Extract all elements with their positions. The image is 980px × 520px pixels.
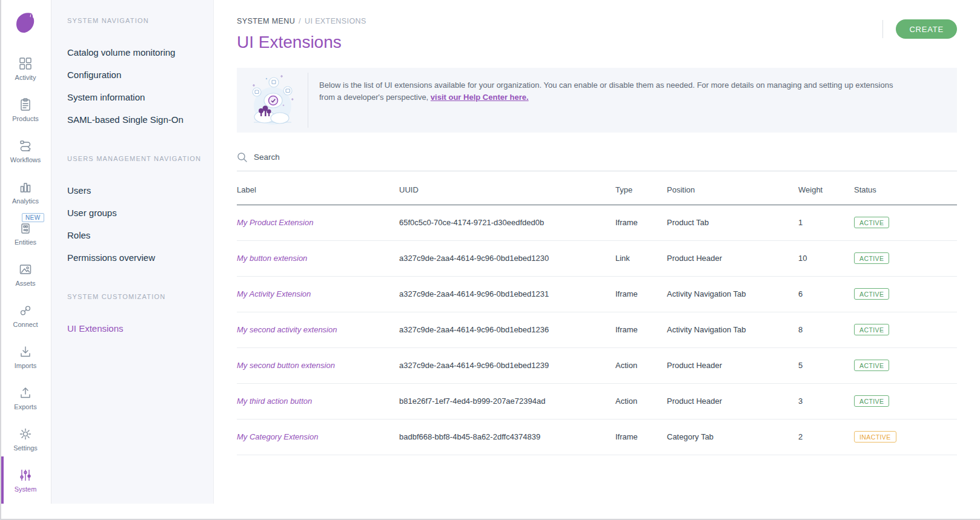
help-center-link[interactable]: visit our Help Center here. xyxy=(431,93,529,102)
extension-uuid: a327c9de-2aa4-4614-9c96-0bd1ebed1236 xyxy=(399,312,615,348)
page-header: SYSTEM MENU/UI EXTENSIONS UI Extensions … xyxy=(237,0,957,52)
entities-icon xyxy=(19,222,32,235)
menu-section-title: USERS MANAGEMENT NAVIGATION xyxy=(67,155,202,162)
table-row[interactable]: My second button extension a327c9de-2aa4… xyxy=(237,348,957,384)
info-banner: Below is the list of UI extensions avail… xyxy=(237,68,957,133)
banner-message: Below is the list of UI extensions avail… xyxy=(319,81,893,102)
status-badge: ACTIVE xyxy=(854,360,889,371)
breadcrumb-ui-extensions: UI EXTENSIONS xyxy=(305,17,366,25)
table-header-row: Label UUID Type Position Weight Status xyxy=(237,171,957,205)
extension-label-link[interactable]: My Product Extension xyxy=(237,205,399,241)
extension-uuid: b81e26f7-1ef7-4ed4-b999-207ae72394ad xyxy=(399,384,615,420)
gear-icon xyxy=(19,427,32,441)
rail-item-exports[interactable]: Exports xyxy=(0,378,51,419)
status-badge: ACTIVE xyxy=(854,395,889,407)
menu-item-saml-sso[interactable]: SAML-based Single Sign-On xyxy=(67,108,202,131)
rail-label: Entities xyxy=(15,239,36,246)
menu-section-users-management: USERS MANAGEMENT NAVIGATION Users User g… xyxy=(67,155,202,269)
grid-icon xyxy=(19,57,32,70)
rail-item-system[interactable]: System xyxy=(0,460,51,501)
rail-label: Imports xyxy=(15,362,37,369)
extension-uuid: a327c9de-2aa4-4614-9c96-0bd1ebed1230 xyxy=(399,241,615,277)
column-header-position: Position xyxy=(667,171,798,205)
extension-weight: 3 xyxy=(798,384,854,420)
extension-label-link[interactable]: My button extension xyxy=(237,241,399,277)
page-title: UI Extensions xyxy=(237,33,366,52)
extension-position: Category Tab xyxy=(667,420,798,455)
upload-icon xyxy=(19,386,32,400)
status-badge: ACTIVE xyxy=(854,288,889,300)
table-row[interactable]: My Activity Extension a327c9de-2aa4-4614… xyxy=(237,277,957,312)
app-window: Activity Products Workflows xyxy=(0,0,980,504)
rail-item-assets[interactable]: Assets xyxy=(0,254,51,295)
menu-section-system-customization: SYSTEM CUSTOMIZATION UI Extensions xyxy=(67,293,202,340)
table-row[interactable]: My Category Extension badbf668-bbf8-4b45… xyxy=(237,420,957,455)
window-edge-left xyxy=(0,0,1,520)
menu-item-user-groups[interactable]: User groups xyxy=(67,202,202,224)
status-badge: ACTIVE xyxy=(854,217,889,228)
search-input[interactable] xyxy=(254,153,496,162)
bar-chart-icon xyxy=(19,180,32,194)
rail-item-products[interactable]: Products xyxy=(0,90,51,131)
akeneo-logo[interactable] xyxy=(12,8,39,39)
table-row[interactable]: My third action button b81e26f7-1ef7-4ed… xyxy=(237,384,957,420)
extension-label-link[interactable]: My second button extension xyxy=(237,348,399,384)
extension-weight: 1 xyxy=(798,205,854,241)
create-button[interactable]: CREATE xyxy=(896,19,957,39)
extension-weight: 8 xyxy=(798,312,854,348)
rail-item-connect[interactable]: Connect xyxy=(0,295,51,337)
akeneo-logo-icon xyxy=(12,8,39,36)
rail-item-activity[interactable]: Activity xyxy=(0,48,51,90)
rail-item-analytics[interactable]: Analytics xyxy=(0,172,51,213)
rail-label: Analytics xyxy=(12,197,39,205)
rail-item-imports[interactable]: Imports xyxy=(0,337,51,378)
extension-label-link[interactable]: My second activity extension xyxy=(237,312,399,348)
workflow-icon xyxy=(19,139,32,153)
menu-item-roles[interactable]: Roles xyxy=(67,224,202,246)
menu-item-ui-extensions[interactable]: UI Extensions xyxy=(67,317,202,340)
extension-label-link[interactable]: My Activity Extension xyxy=(237,277,399,312)
menu-item-permissions-overview[interactable]: Permissions overview xyxy=(67,246,202,269)
extensions-table: Label UUID Type Position Weight Status M… xyxy=(237,171,957,455)
extension-weight: 5 xyxy=(798,348,854,384)
extension-label-link[interactable]: My Category Extension xyxy=(237,420,399,455)
rail-item-settings[interactable]: Settings xyxy=(0,419,51,460)
rail-label: Assets xyxy=(15,280,35,287)
extension-position: Product Header xyxy=(667,384,798,420)
table-row[interactable]: My Product Extension 65f0c5c0-70ce-4174-… xyxy=(237,205,957,241)
status-badge: INACTIVE xyxy=(854,431,896,443)
breadcrumb: SYSTEM MENU/UI EXTENSIONS xyxy=(237,17,366,25)
actions-divider xyxy=(882,20,883,38)
breadcrumb-system-menu[interactable]: SYSTEM MENU xyxy=(237,17,295,25)
extension-position: Activity Navigation Tab xyxy=(667,277,798,312)
menu-item-system-information[interactable]: System information xyxy=(67,86,202,108)
menu-item-users[interactable]: Users xyxy=(67,179,202,202)
banner-illustration xyxy=(237,73,308,128)
download-icon xyxy=(19,345,32,358)
extension-type: Action xyxy=(615,384,667,420)
menu-item-configuration[interactable]: Configuration xyxy=(67,64,202,86)
extension-weight: 2 xyxy=(798,420,854,455)
icon-rail: Activity Products Workflows xyxy=(0,0,51,504)
table-row[interactable]: My second activity extension a327c9de-2a… xyxy=(237,312,957,348)
menu-section-system-navigation: SYSTEM NAVIGATION Catalog volume monitor… xyxy=(67,17,202,131)
menu-item-catalog-volume-monitoring[interactable]: Catalog volume monitoring xyxy=(67,41,202,64)
image-icon xyxy=(19,263,32,276)
extension-type: Iframe xyxy=(615,205,667,241)
main-content: SYSTEM MENU/UI EXTENSIONS UI Extensions … xyxy=(214,0,980,504)
extension-weight: 10 xyxy=(798,241,854,277)
rail-label: Activity xyxy=(15,74,36,81)
rail-label: Products xyxy=(12,115,38,122)
extension-label-link[interactable]: My third action button xyxy=(237,384,399,420)
rail-item-entities[interactable]: NEW Entities xyxy=(0,213,51,254)
menu-section-title: SYSTEM CUSTOMIZATION xyxy=(67,293,202,300)
rail-items: Activity Products Workflows xyxy=(0,48,51,501)
extension-type: Action xyxy=(615,348,667,384)
banner-text: Below is the list of UI extensions avail… xyxy=(308,68,932,133)
extension-position: Product Header xyxy=(667,348,798,384)
status-badge: ACTIVE xyxy=(854,252,889,264)
rail-item-workflows[interactable]: Workflows xyxy=(0,131,51,172)
table-row[interactable]: My button extension a327c9de-2aa4-4614-9… xyxy=(237,241,957,277)
clouds-extensions-illustration xyxy=(248,74,297,127)
new-badge: NEW xyxy=(22,213,44,222)
